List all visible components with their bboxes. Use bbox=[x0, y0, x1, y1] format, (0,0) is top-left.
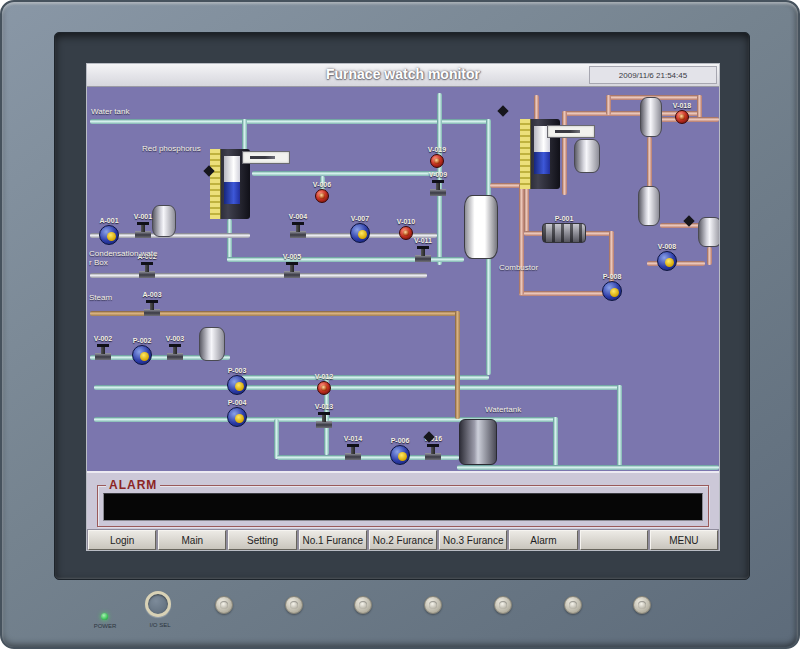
pipe bbox=[437, 93, 442, 265]
nav-button-menu[interactable]: MENU bbox=[650, 530, 718, 550]
valve-V-003[interactable]: V-003 bbox=[167, 344, 183, 360]
nav-button-blank[interactable] bbox=[580, 530, 648, 550]
pipe bbox=[553, 417, 558, 467]
tank-icon bbox=[638, 186, 660, 226]
panel-monitor: Furnace watch monitor 2009/11/6 21:54:45… bbox=[0, 0, 800, 649]
diagram-label: Watertank bbox=[485, 405, 521, 414]
fn-button-3[interactable] bbox=[354, 596, 372, 614]
valve-V-011[interactable]: V-011 bbox=[415, 246, 431, 262]
pipe bbox=[660, 223, 700, 228]
diagram-label: Red phosphorus bbox=[142, 144, 201, 153]
sensor-icon bbox=[497, 105, 508, 116]
nav-button-login[interactable]: Login bbox=[88, 530, 156, 550]
clock-display: 2009/11/6 21:54:45 bbox=[589, 66, 717, 84]
equipment-tag: P-008 bbox=[603, 273, 622, 281]
nav-button-alarm[interactable]: Alarm bbox=[509, 530, 577, 550]
equipment-tag: V-011 bbox=[414, 237, 432, 245]
valve-V-013[interactable]: V-013 bbox=[316, 412, 332, 428]
pipe bbox=[227, 219, 232, 261]
nav-button-no-2-furance[interactable]: No.2 Furance bbox=[369, 530, 437, 550]
nav-button-no-1-furance[interactable]: No.1 Furance bbox=[299, 530, 367, 550]
fn-button-7[interactable] bbox=[633, 596, 651, 614]
tank-icon bbox=[698, 217, 719, 247]
equipment-tag: V-019 bbox=[428, 146, 446, 154]
pipe bbox=[524, 183, 529, 233]
alarm-label: ALARM bbox=[106, 478, 160, 492]
pump-P-003[interactable]: P-003 bbox=[227, 375, 247, 395]
pipe bbox=[242, 375, 489, 380]
nav-button-main[interactable]: Main bbox=[158, 530, 226, 550]
pump-P-008[interactable]: P-008 bbox=[602, 281, 622, 301]
osd-select-button[interactable] bbox=[145, 591, 171, 617]
pump-P-006[interactable]: P-006 bbox=[390, 445, 410, 465]
pump-P-002[interactable]: P-002 bbox=[132, 345, 152, 365]
pipe bbox=[90, 119, 490, 124]
equipment-tag: P-002 bbox=[133, 337, 152, 345]
valve-V-001[interactable]: V-001 bbox=[135, 222, 151, 238]
rvalve-V-019[interactable]: V-019 bbox=[430, 154, 444, 168]
alarm-message-display[interactable] bbox=[103, 493, 703, 521]
equipment-tag: V-018 bbox=[673, 102, 691, 110]
valve-V-002[interactable]: V-002 bbox=[95, 344, 111, 360]
rvalve-V-012[interactable]: V-012 bbox=[317, 381, 331, 395]
nav-button-setting[interactable]: Setting bbox=[228, 530, 296, 550]
valve-V-016[interactable]: V-016 bbox=[425, 444, 441, 460]
equipment-tag: V-007 bbox=[351, 215, 369, 223]
fn-button-4[interactable] bbox=[424, 596, 442, 614]
diagram-label: Steam bbox=[89, 293, 112, 302]
pipe bbox=[707, 247, 712, 265]
tank-icon bbox=[640, 97, 662, 137]
power-led bbox=[101, 613, 108, 620]
rvalve-V-018[interactable]: V-018 bbox=[675, 110, 689, 124]
equipment-tag: V-014 bbox=[344, 435, 362, 443]
diagram: P-001A-001V-007P-002P-003P-004P-006P-008… bbox=[87, 87, 719, 471]
equipment-tag: V-006 bbox=[313, 181, 331, 189]
pump-V-008[interactable]: V-008 bbox=[657, 251, 677, 271]
pipe bbox=[606, 95, 611, 115]
pump-A-001[interactable]: A-001 bbox=[99, 225, 119, 245]
equipment-tag: P-001 bbox=[555, 215, 574, 223]
pipe bbox=[617, 385, 622, 467]
fn-button-6[interactable] bbox=[564, 596, 582, 614]
alarm-strip: ALARM bbox=[87, 471, 719, 529]
valve-A-003[interactable]: A-003 bbox=[144, 300, 160, 316]
alarm-groupbox: ALARM bbox=[97, 485, 709, 527]
readout-icon bbox=[547, 125, 595, 138]
tank-icon bbox=[152, 205, 176, 237]
rvalve-V-010[interactable]: V-010 bbox=[399, 226, 413, 240]
vessel-icon bbox=[464, 195, 498, 259]
diagram-label: Water tank bbox=[91, 107, 129, 116]
pipe bbox=[562, 111, 567, 195]
motor-P-001[interactable]: P-001 bbox=[542, 223, 586, 243]
nav-button-no-3-furance[interactable]: No.3 Furance bbox=[439, 530, 507, 550]
valve-V-005[interactable]: V-005 bbox=[284, 262, 300, 278]
equipment-tag: V-003 bbox=[166, 335, 184, 343]
pump-V-007[interactable]: V-007 bbox=[350, 223, 370, 243]
equipment-tag: A-003 bbox=[142, 291, 161, 299]
equipment-tag: V-009 bbox=[429, 171, 447, 179]
equipment-tag: P-003 bbox=[228, 367, 247, 375]
osd-button-label: I/O SEL bbox=[135, 622, 185, 628]
equipment-tag: V-010 bbox=[397, 218, 415, 226]
valve-V-004[interactable]: V-004 bbox=[290, 222, 306, 238]
pipe bbox=[647, 137, 652, 191]
rvalve-V-006[interactable]: V-006 bbox=[315, 189, 329, 203]
equipment-tag: P-006 bbox=[391, 437, 410, 445]
pipe bbox=[94, 385, 622, 390]
fn-button-1[interactable] bbox=[215, 596, 233, 614]
power-led-label: POWER bbox=[82, 623, 128, 629]
pipe bbox=[455, 311, 460, 419]
pump-P-004[interactable]: P-004 bbox=[227, 407, 247, 427]
pipe bbox=[242, 119, 247, 151]
fn-button-2[interactable] bbox=[285, 596, 303, 614]
pipe bbox=[252, 171, 439, 176]
pipe bbox=[519, 183, 524, 295]
equipment-tag: V-002 bbox=[94, 335, 112, 343]
equipment-tag: V-013 bbox=[315, 403, 333, 411]
fn-button-5[interactable] bbox=[494, 596, 512, 614]
valve-V-014[interactable]: V-014 bbox=[345, 444, 361, 460]
tankdark-icon bbox=[459, 419, 497, 465]
valve-V-009[interactable]: V-009 bbox=[430, 180, 446, 196]
equipment-tag: V-001 bbox=[134, 213, 152, 221]
equipment-tag: V-008 bbox=[658, 243, 676, 251]
